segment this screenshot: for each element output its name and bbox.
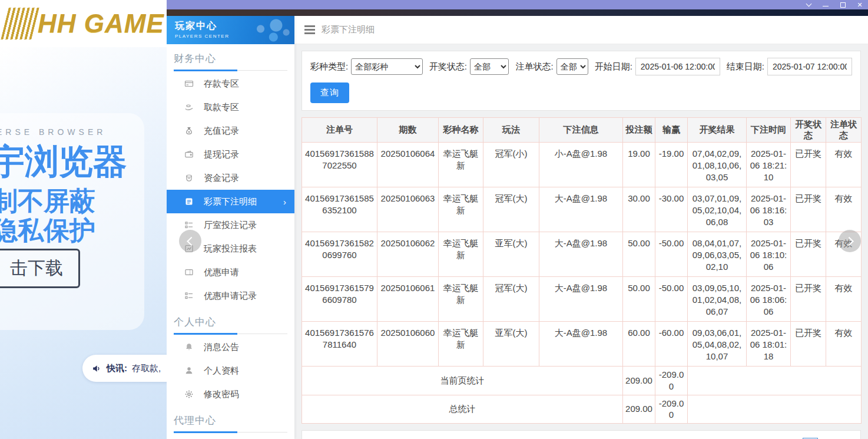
coin-purse-icon bbox=[184, 173, 194, 183]
col-time: 下注时间 bbox=[747, 118, 791, 143]
page-summary-amount: 209.00 bbox=[623, 367, 655, 395]
cell-draw-status: 已开奖 bbox=[791, 232, 826, 277]
table-header-row: 注单号 期数 彩种名称 玩法 下注信息 投注额 输赢 开奖结果 下注时间 开奖状… bbox=[302, 118, 862, 143]
coupon-list-icon bbox=[184, 291, 194, 301]
banner-title: 宇浏览器 bbox=[0, 139, 127, 185]
cell-result: 03,07,01,09,05,02,10,04,06,08 bbox=[688, 187, 747, 232]
cell-order-no: 401569173615820699760 bbox=[302, 232, 377, 277]
left-banner-column: HH GAME ERSE BROWSER 宇浏览器 制不屏蔽 隐私保护 击下载 … bbox=[0, 0, 167, 439]
page-summary-row: 当前页统计 209.00 -209.00 bbox=[302, 367, 862, 395]
wallet-icon bbox=[184, 150, 194, 159]
hamburger-icon[interactable] bbox=[304, 29, 315, 30]
cell-play: 冠军(小) bbox=[483, 143, 539, 187]
sidebar-item-profile[interactable]: 个人资料 bbox=[167, 359, 294, 382]
order-status-select[interactable]: 全部 bbox=[556, 58, 588, 75]
cell-draw-status: 已开奖 bbox=[791, 322, 826, 367]
sidebar-item-notices[interactable]: 消息公告 bbox=[167, 335, 294, 359]
table-row: 401569173615767811640 20250106060 幸运飞艇新 … bbox=[302, 322, 862, 367]
cell-order-status: 有效 bbox=[826, 322, 862, 367]
cell-draw-status: 已开奖 bbox=[791, 143, 826, 187]
news-ticker: 快讯: 存取款, bbox=[82, 355, 167, 382]
cell-bet-info: 大-A盘@1.98 bbox=[539, 187, 623, 232]
page-summary-winloss: -209.00 bbox=[655, 367, 688, 395]
cell-order-status: 有效 bbox=[826, 187, 862, 232]
cell-winloss: -50.00 bbox=[655, 232, 688, 277]
bet-detail-table: 注单号 期数 彩种名称 玩法 下注信息 投注额 输赢 开奖结果 下注时间 开奖状… bbox=[302, 117, 862, 424]
col-bet-info: 下注信息 bbox=[539, 118, 623, 143]
sidebar-item-change-password[interactable]: 修改密码 bbox=[167, 382, 294, 406]
cell-order-no: 401569173615856352100 bbox=[302, 187, 377, 232]
cell-lottery: 幸运飞艇新 bbox=[439, 232, 483, 277]
chevron-down-icon[interactable] bbox=[805, 1, 812, 8]
sidebar-item-label: 资金记录 bbox=[204, 173, 239, 184]
sidebar-item-label: 取款专区 bbox=[204, 102, 239, 113]
logo-bars-decoration bbox=[1, 8, 39, 39]
lottery-type-label: 彩种类型: bbox=[310, 61, 348, 72]
sidebar-item-label: 厅室投注记录 bbox=[204, 220, 257, 231]
sidebar-item-lottery-bet-detail[interactable]: 彩票下注明细 › bbox=[167, 190, 294, 213]
cell-time: 2025-01-06 18:10:06 bbox=[747, 232, 791, 277]
sidebar-item-funds-record[interactable]: 资金记录 bbox=[167, 166, 294, 190]
sidebar-item-withdraw[interactable]: 取款专区 bbox=[167, 95, 294, 119]
close-button[interactable]: ✕ bbox=[856, 1, 863, 8]
cell-lottery: 幸运飞艇新 bbox=[439, 143, 483, 187]
draw-status-label: 开奖状态: bbox=[429, 61, 467, 72]
section-title-personal: 个人中心 bbox=[174, 315, 287, 334]
banner-download-button[interactable]: 击下载 bbox=[0, 249, 80, 288]
start-date-input[interactable] bbox=[635, 58, 720, 75]
sidebar-item-label: 存款专区 bbox=[204, 78, 239, 90]
sidebar-item-recharge-record[interactable]: 充值记录 bbox=[167, 119, 294, 143]
search-button[interactable]: 查询 bbox=[310, 82, 349, 103]
sidebar-item-label: 充值记录 bbox=[204, 126, 239, 137]
cell-order-no: 401569173615767811640 bbox=[302, 322, 377, 367]
cell-play: 亚军(大) bbox=[483, 232, 539, 277]
sidebar-item-label: 玩家投注报表 bbox=[204, 243, 257, 255]
cell-result: 07,04,02,09,01,08,10,06,03,05 bbox=[688, 143, 747, 187]
col-period: 期数 bbox=[377, 118, 439, 143]
top-dark-strip bbox=[167, 9, 868, 16]
end-date-input[interactable] bbox=[767, 58, 852, 75]
col-order-status: 注单状态 bbox=[826, 118, 862, 143]
table-row: 401569173615820699760 20250106062 幸运飞艇新 … bbox=[302, 232, 862, 277]
col-amount: 投注额 bbox=[623, 118, 655, 143]
expand-right-button[interactable] bbox=[839, 230, 861, 252]
cell-bet-info: 大-A盘@1.98 bbox=[539, 232, 623, 277]
collapse-left-button[interactable] bbox=[179, 230, 201, 252]
cell-winloss: -50.00 bbox=[655, 277, 688, 322]
cell-winloss: -60.00 bbox=[655, 322, 688, 367]
sidebar-item-cashout-record[interactable]: 提现记录 bbox=[167, 143, 294, 166]
sidebar-subtitle: PLAYERS CENTER bbox=[175, 34, 294, 39]
lottery-type-select[interactable]: 全部彩种 bbox=[351, 58, 423, 75]
sidebar-item-deposit[interactable]: 存款专区 bbox=[167, 72, 294, 95]
cell-time: 2025-01-06 18:06:06 bbox=[747, 277, 791, 322]
cell-winloss: -19.00 bbox=[655, 143, 688, 187]
sidebar-item-promo-apply-record[interactable]: 优惠申请记录 bbox=[167, 284, 294, 308]
page-summary-empty bbox=[688, 367, 862, 395]
cell-winloss: -30.00 bbox=[655, 187, 688, 232]
draw-status-select[interactable]: 全部 bbox=[470, 58, 509, 75]
minimize-button[interactable] bbox=[822, 1, 829, 8]
section-title-agent: 代理中心 bbox=[174, 414, 287, 433]
sidebar-item-promo-apply[interactable]: 优惠申请 bbox=[167, 260, 294, 284]
advertisement-banner[interactable]: ERSE BROWSER 宇浏览器 制不屏蔽 隐私保护 击下载 快讯: 存取款, bbox=[0, 47, 167, 439]
order-status-label: 注单状态: bbox=[515, 61, 553, 72]
ticker-label: 快讯: bbox=[107, 363, 127, 374]
table-row: 401569173615796609780 20250106061 幸运飞艇新 … bbox=[302, 277, 862, 322]
col-draw-status: 开奖状态 bbox=[791, 118, 826, 143]
maximize-button[interactable] bbox=[839, 1, 846, 8]
cell-bet-info: 小-A盘@1.98 bbox=[539, 143, 623, 187]
cell-order-status: 有效 bbox=[826, 143, 862, 187]
total-summary-row: 总统计 209.00 -209.00 bbox=[302, 395, 862, 424]
cell-amount: 30.00 bbox=[623, 187, 655, 232]
cell-period: 20250106060 bbox=[377, 322, 439, 367]
logo: HH GAME bbox=[0, 0, 167, 47]
table-row: 401569173615856352100 20250106063 幸运飞艇新 … bbox=[302, 187, 862, 232]
sidebar: 玩家中心 PLAYERS CENTER 财务中心 存款专区 取款专区 充值记录 … bbox=[167, 16, 294, 439]
pagination-bar: 每页显示20条 共5条 首页 上一页 [1] 下一页 第 页 跳转 bbox=[302, 430, 861, 439]
finance-menu: 存款专区 取款专区 充值记录 提现记录 资金记录 bbox=[167, 71, 294, 308]
table-row: 401569173615887022550 20250106064 幸运飞艇新 … bbox=[302, 143, 862, 187]
sidebar-header: 玩家中心 PLAYERS CENTER bbox=[167, 16, 294, 44]
sidebar-title: 玩家中心 bbox=[175, 20, 294, 32]
coupon-icon bbox=[184, 268, 194, 277]
filter-panel: 彩种类型: 全部彩种 开奖状态: 全部 注单状态: 全部 开始日期: 结束日期:… bbox=[302, 51, 861, 111]
